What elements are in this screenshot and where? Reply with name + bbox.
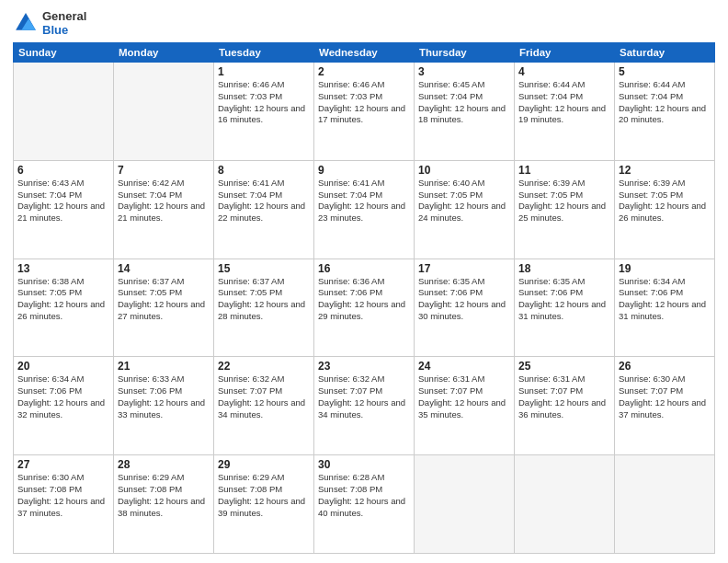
- header-wednesday: Wednesday: [314, 43, 415, 63]
- day-cell: 11Sunrise: 6:39 AM Sunset: 7:05 PM Dayli…: [515, 160, 615, 259]
- day-number: 24: [418, 360, 510, 373]
- day-number: 26: [619, 360, 711, 373]
- calendar-table: SundayMondayTuesdayWednesdayThursdayFrid…: [13, 42, 715, 554]
- day-cell: 19Sunrise: 6:34 AM Sunset: 7:06 PM Dayli…: [615, 259, 715, 357]
- day-info: Sunrise: 6:30 AM Sunset: 7:08 PM Dayligh…: [17, 472, 109, 519]
- day-cell: 27Sunrise: 6:30 AM Sunset: 7:08 PM Dayli…: [14, 455, 114, 554]
- day-info: Sunrise: 6:39 AM Sunset: 7:05 PM Dayligh…: [619, 178, 711, 224]
- day-number: 25: [518, 360, 610, 373]
- day-number: 21: [118, 360, 210, 373]
- day-info: Sunrise: 6:43 AM Sunset: 7:04 PM Dayligh…: [17, 178, 109, 224]
- day-number: 13: [17, 262, 109, 275]
- day-info: Sunrise: 6:29 AM Sunset: 7:08 PM Dayligh…: [118, 472, 210, 519]
- day-number: 12: [619, 164, 711, 177]
- day-cell: [14, 63, 114, 161]
- day-info: Sunrise: 6:35 AM Sunset: 7:06 PM Dayligh…: [418, 276, 510, 323]
- top-header: General Blue: [13, 9, 715, 37]
- header-tuesday: Tuesday: [214, 43, 314, 63]
- day-info: Sunrise: 6:44 AM Sunset: 7:04 PM Dayligh…: [619, 79, 711, 126]
- day-cell: 23Sunrise: 6:32 AM Sunset: 7:07 PM Dayli…: [314, 357, 415, 455]
- day-info: Sunrise: 6:46 AM Sunset: 7:03 PM Dayligh…: [318, 79, 410, 126]
- day-info: Sunrise: 6:37 AM Sunset: 7:05 PM Dayligh…: [218, 276, 310, 323]
- day-number: 15: [218, 262, 310, 275]
- day-cell: 26Sunrise: 6:30 AM Sunset: 7:07 PM Dayli…: [615, 357, 715, 455]
- day-info: Sunrise: 6:34 AM Sunset: 7:06 PM Dayligh…: [17, 373, 109, 420]
- day-info: Sunrise: 6:39 AM Sunset: 7:05 PM Dayligh…: [518, 178, 610, 224]
- week-row-4: 27Sunrise: 6:30 AM Sunset: 7:08 PM Dayli…: [14, 455, 715, 554]
- day-number: 27: [17, 458, 109, 471]
- day-info: Sunrise: 6:40 AM Sunset: 7:05 PM Dayligh…: [418, 178, 510, 224]
- day-cell: 7Sunrise: 6:42 AM Sunset: 7:04 PM Daylig…: [114, 160, 214, 259]
- day-cell: 2Sunrise: 6:46 AM Sunset: 7:03 PM Daylig…: [314, 63, 415, 161]
- week-row-0: 1Sunrise: 6:46 AM Sunset: 7:03 PM Daylig…: [14, 63, 715, 161]
- day-number: 1: [218, 65, 310, 78]
- day-number: 9: [318, 164, 410, 177]
- day-info: Sunrise: 6:35 AM Sunset: 7:06 PM Dayligh…: [518, 276, 610, 323]
- day-cell: 9Sunrise: 6:41 AM Sunset: 7:04 PM Daylig…: [314, 160, 415, 259]
- day-info: Sunrise: 6:37 AM Sunset: 7:05 PM Dayligh…: [118, 276, 210, 323]
- day-cell: [415, 455, 515, 554]
- day-cell: 24Sunrise: 6:31 AM Sunset: 7:07 PM Dayli…: [415, 357, 515, 455]
- day-cell: 22Sunrise: 6:32 AM Sunset: 7:07 PM Dayli…: [214, 357, 314, 455]
- day-number: 22: [218, 360, 310, 373]
- day-info: Sunrise: 6:33 AM Sunset: 7:06 PM Dayligh…: [118, 373, 210, 420]
- day-cell: 13Sunrise: 6:38 AM Sunset: 7:05 PM Dayli…: [14, 259, 114, 357]
- day-cell: 8Sunrise: 6:41 AM Sunset: 7:04 PM Daylig…: [214, 160, 314, 259]
- week-row-3: 20Sunrise: 6:34 AM Sunset: 7:06 PM Dayli…: [14, 357, 715, 455]
- day-info: Sunrise: 6:32 AM Sunset: 7:07 PM Dayligh…: [218, 373, 310, 420]
- day-cell: 17Sunrise: 6:35 AM Sunset: 7:06 PM Dayli…: [415, 259, 515, 357]
- day-number: 2: [318, 65, 410, 78]
- week-row-1: 6Sunrise: 6:43 AM Sunset: 7:04 PM Daylig…: [14, 160, 715, 259]
- day-info: Sunrise: 6:46 AM Sunset: 7:03 PM Dayligh…: [218, 79, 310, 126]
- day-number: 10: [418, 164, 510, 177]
- day-number: 19: [619, 262, 711, 275]
- day-number: 7: [118, 164, 210, 177]
- day-cell: 16Sunrise: 6:36 AM Sunset: 7:06 PM Dayli…: [314, 259, 415, 357]
- day-info: Sunrise: 6:41 AM Sunset: 7:04 PM Dayligh…: [218, 178, 310, 224]
- logo-icon: [13, 10, 39, 36]
- calendar-header-row: SundayMondayTuesdayWednesdayThursdayFrid…: [14, 43, 715, 63]
- day-number: 17: [418, 262, 510, 275]
- day-cell: 15Sunrise: 6:37 AM Sunset: 7:05 PM Dayli…: [214, 259, 314, 357]
- day-info: Sunrise: 6:34 AM Sunset: 7:06 PM Dayligh…: [619, 276, 711, 323]
- page: General Blue SundayMondayTuesdayWednesda…: [0, 0, 728, 563]
- day-cell: 30Sunrise: 6:28 AM Sunset: 7:08 PM Dayli…: [314, 455, 415, 554]
- day-info: Sunrise: 6:30 AM Sunset: 7:07 PM Dayligh…: [619, 373, 711, 420]
- day-number: 30: [318, 458, 410, 471]
- day-number: 29: [218, 458, 310, 471]
- day-cell: [515, 455, 615, 554]
- header-sunday: Sunday: [14, 43, 114, 63]
- day-number: 28: [118, 458, 210, 471]
- day-cell: 18Sunrise: 6:35 AM Sunset: 7:06 PM Dayli…: [515, 259, 615, 357]
- header-thursday: Thursday: [415, 43, 515, 63]
- day-info: Sunrise: 6:36 AM Sunset: 7:06 PM Dayligh…: [318, 276, 410, 323]
- day-number: 6: [17, 164, 109, 177]
- day-info: Sunrise: 6:28 AM Sunset: 7:08 PM Dayligh…: [318, 472, 410, 519]
- day-cell: 20Sunrise: 6:34 AM Sunset: 7:06 PM Dayli…: [14, 357, 114, 455]
- day-cell: 4Sunrise: 6:44 AM Sunset: 7:04 PM Daylig…: [515, 63, 615, 161]
- day-number: 11: [518, 164, 610, 177]
- day-cell: 1Sunrise: 6:46 AM Sunset: 7:03 PM Daylig…: [214, 63, 314, 161]
- day-number: 4: [518, 65, 610, 78]
- day-cell: 14Sunrise: 6:37 AM Sunset: 7:05 PM Dayli…: [114, 259, 214, 357]
- day-info: Sunrise: 6:42 AM Sunset: 7:04 PM Dayligh…: [118, 178, 210, 224]
- day-number: 20: [17, 360, 109, 373]
- day-cell: [615, 455, 715, 554]
- logo-area: General Blue: [13, 9, 86, 37]
- day-info: Sunrise: 6:44 AM Sunset: 7:04 PM Dayligh…: [518, 79, 610, 126]
- day-cell: 25Sunrise: 6:31 AM Sunset: 7:07 PM Dayli…: [515, 357, 615, 455]
- day-info: Sunrise: 6:31 AM Sunset: 7:07 PM Dayligh…: [518, 373, 610, 420]
- header-friday: Friday: [515, 43, 615, 63]
- day-number: 18: [518, 262, 610, 275]
- day-cell: [114, 63, 214, 161]
- day-cell: 28Sunrise: 6:29 AM Sunset: 7:08 PM Dayli…: [114, 455, 214, 554]
- day-info: Sunrise: 6:45 AM Sunset: 7:04 PM Dayligh…: [418, 79, 510, 126]
- day-cell: 12Sunrise: 6:39 AM Sunset: 7:05 PM Dayli…: [615, 160, 715, 259]
- day-info: Sunrise: 6:29 AM Sunset: 7:08 PM Dayligh…: [218, 472, 310, 519]
- day-info: Sunrise: 6:41 AM Sunset: 7:04 PM Dayligh…: [318, 178, 410, 224]
- day-number: 8: [218, 164, 310, 177]
- day-cell: 6Sunrise: 6:43 AM Sunset: 7:04 PM Daylig…: [14, 160, 114, 259]
- day-info: Sunrise: 6:32 AM Sunset: 7:07 PM Dayligh…: [318, 373, 410, 420]
- day-cell: 21Sunrise: 6:33 AM Sunset: 7:06 PM Dayli…: [114, 357, 214, 455]
- day-cell: 3Sunrise: 6:45 AM Sunset: 7:04 PM Daylig…: [415, 63, 515, 161]
